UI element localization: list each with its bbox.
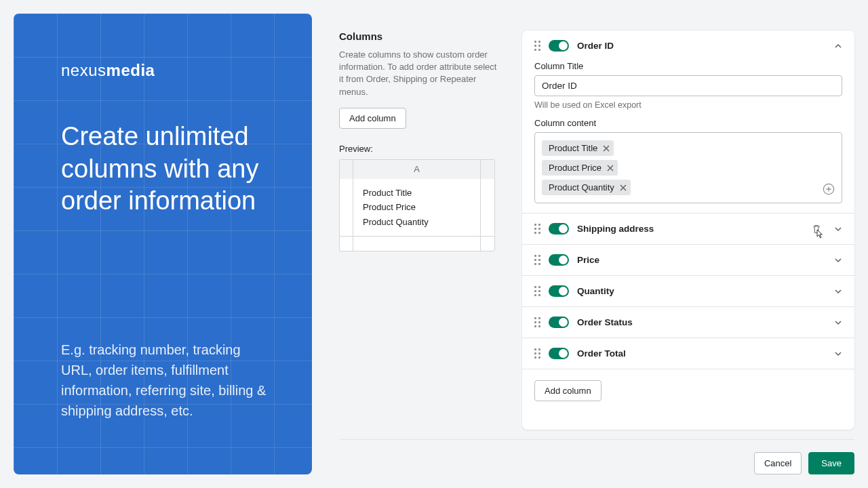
column-card-title: Quantity [577,286,826,296]
content-tag: Product Price [542,160,618,176]
content-tag: Product Title [542,140,614,156]
section-description: Create columns to show custom order info… [339,49,502,98]
drag-handle-icon[interactable] [534,224,540,234]
main-area: Columns Create columns to show custom or… [339,14,854,474]
content-tag: Product Quantity [542,180,631,195]
column-card-title: Order ID [577,41,826,51]
add-column-button-bottom[interactable]: Add column [534,380,601,401]
column-card-title: Order Status [577,317,826,327]
column-title-help: Will be used on Excel export [534,100,842,110]
enable-toggle[interactable] [549,254,569,266]
columns-panel: Order ID Column Title Will be used on Ex… [522,30,854,430]
column-content-tags[interactable]: Product Title Product Price [534,132,842,203]
tag-label: Product Quantity [549,182,614,192]
delete-column-button[interactable] [811,224,822,235]
column-title-label: Column Title [534,61,842,71]
expand-toggle[interactable] [834,256,842,264]
expand-toggle[interactable] [834,287,842,296]
chevron-down-icon [834,350,842,358]
save-button[interactable]: Save [808,452,854,474]
columns-info: Columns Create columns to show custom or… [339,30,502,430]
chevron-down-icon [834,256,842,264]
promo-headline: Create unlimited columns with any order … [61,121,271,218]
cursor-pointer-icon [814,229,825,240]
brand-logo: nexusmedia [61,61,271,80]
expand-toggle[interactable] [834,225,842,233]
column-card-title: Order Total [577,348,826,359]
close-icon [607,165,614,171]
tag-label: Product Title [549,143,597,153]
logo-text-light: nexus [61,61,106,79]
cancel-button[interactable]: Cancel [754,452,802,474]
column-card-shipping-address: Shipping address [522,214,854,245]
promo-subtext: E.g. tracking number, tracking URL, orde… [61,340,271,421]
chevron-down-icon [834,287,842,296]
chevron-up-icon [834,42,842,50]
promo-panel: nexusmedia Create unlimited columns with… [14,14,312,474]
enable-toggle[interactable] [549,285,569,297]
logo-text-bold: media [106,61,155,79]
column-card-price: Price [522,245,854,276]
column-title-input[interactable] [534,75,842,96]
add-tag-button[interactable] [823,183,835,197]
tag-label: Product Price [549,163,601,173]
preview-cell: Product Title [363,186,471,200]
drag-handle-icon[interactable] [534,348,540,359]
collapse-toggle[interactable] [834,42,842,50]
column-card-order-status: Order Status [522,307,854,338]
chevron-down-icon [834,225,842,233]
section-title: Columns [339,30,502,42]
expand-toggle[interactable] [834,319,842,327]
column-card-title: Price [577,255,826,265]
column-card-order-id: Order ID Column Title Will be used on Ex… [522,30,854,214]
close-icon [603,145,610,152]
column-card-title: Shipping address [577,224,803,234]
chevron-down-icon [834,319,842,327]
footer-actions: Cancel Save [339,439,854,474]
drag-handle-icon[interactable] [534,317,540,327]
add-column-button-top[interactable]: Add column [339,108,406,129]
remove-tag-button[interactable] [603,145,610,152]
preview-table: A Product Title Product Price Product Qu… [339,159,495,251]
column-card-quantity: Quantity [522,276,854,307]
plus-circle-icon [823,183,835,195]
enable-toggle[interactable] [549,348,569,359]
preview-col-header: A [353,160,481,179]
preview-label: Preview: [339,144,502,154]
preview-cell: Product Price [363,200,471,214]
column-card-order-total: Order Total [522,338,854,369]
enable-toggle[interactable] [549,223,569,235]
drag-handle-icon[interactable] [534,255,540,265]
enable-toggle[interactable] [549,40,569,52]
preview-cell: Product Quantity [363,215,471,229]
close-icon [620,184,627,191]
enable-toggle[interactable] [549,317,569,328]
drag-handle-icon[interactable] [534,41,540,51]
expand-toggle[interactable] [834,350,842,358]
drag-handle-icon[interactable] [534,286,540,296]
remove-tag-button[interactable] [607,165,614,171]
column-content-label: Column content [534,118,842,128]
remove-tag-button[interactable] [620,184,627,191]
